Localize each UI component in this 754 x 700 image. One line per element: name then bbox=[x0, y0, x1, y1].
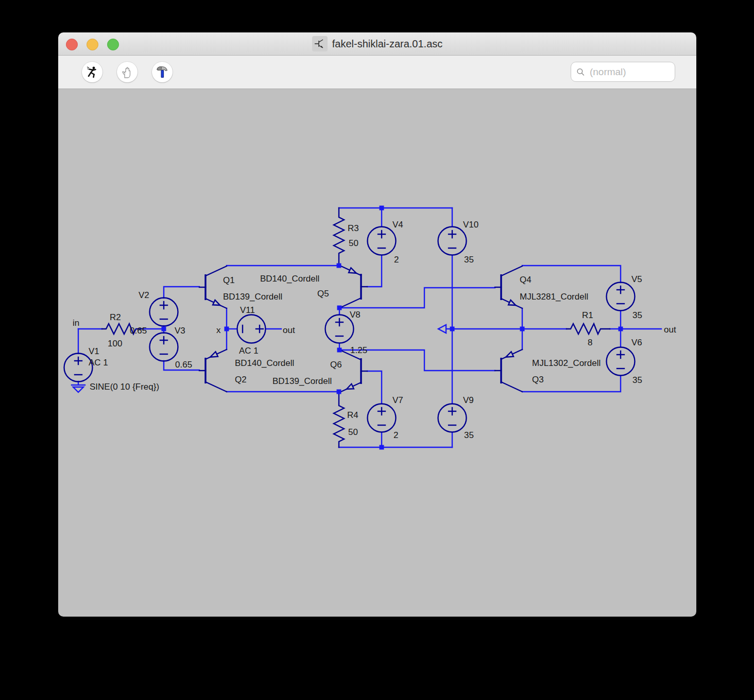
label-v11-ref[interactable]: V11 bbox=[240, 305, 255, 315]
label-v9-value[interactable]: 35 bbox=[464, 430, 474, 440]
label-v4-ref[interactable]: V4 bbox=[392, 220, 403, 230]
label-q2-ref[interactable]: Q2 bbox=[235, 375, 247, 384]
label-q6-ref[interactable]: Q6 bbox=[330, 360, 342, 370]
net-label-in[interactable]: in bbox=[73, 318, 79, 328]
voltage-source-V7[interactable] bbox=[368, 404, 396, 432]
resistor-R3[interactable] bbox=[334, 208, 344, 266]
label-r1-ref[interactable]: R1 bbox=[582, 310, 593, 320]
label-v8-value[interactable]: 1.25 bbox=[350, 345, 367, 355]
schematic-canvas[interactable]: in R2 100 0.65 V2 V3 0.65 V1 AC 1 SINE(0… bbox=[58, 89, 696, 617]
voltage-source-V5[interactable] bbox=[607, 283, 635, 311]
voltage-source-V6[interactable] bbox=[607, 347, 635, 376]
label-v1-ref[interactable]: V1 bbox=[89, 346, 99, 356]
label-q1-ref[interactable]: Q1 bbox=[223, 275, 235, 285]
label-v3-value[interactable]: 0.65 bbox=[175, 360, 192, 370]
label-v3-ref[interactable]: V3 bbox=[175, 326, 185, 336]
label-v4-value[interactable]: 2 bbox=[394, 255, 399, 265]
run-icon bbox=[85, 65, 99, 79]
search-icon bbox=[576, 67, 585, 77]
label-r1-value[interactable]: 8 bbox=[588, 338, 592, 347]
screen: fakel-shiklai-zara.01.asc bbox=[0, 0, 754, 700]
search-input[interactable] bbox=[589, 66, 670, 78]
label-v11-value[interactable]: AC 1 bbox=[239, 346, 259, 356]
voltage-source-V11[interactable] bbox=[237, 315, 266, 343]
toolbar bbox=[58, 56, 696, 89]
transistor-Q4[interactable] bbox=[495, 266, 522, 308]
minimize-button[interactable] bbox=[87, 39, 98, 50]
pan-hand-icon bbox=[121, 65, 134, 79]
transistor-Q1[interactable] bbox=[199, 266, 227, 308]
label-v8-ref[interactable]: V8 bbox=[350, 310, 361, 320]
label-v5-value[interactable]: 35 bbox=[632, 310, 642, 320]
label-v7-value[interactable]: 2 bbox=[393, 430, 398, 440]
label-v7-ref[interactable]: V7 bbox=[392, 395, 403, 405]
label-q4-ref[interactable]: Q4 bbox=[520, 275, 532, 285]
voltage-source-V3[interactable] bbox=[150, 333, 178, 361]
ltspice-window: fakel-shiklai-zara.01.asc bbox=[58, 32, 696, 617]
voltage-source-V4[interactable] bbox=[368, 227, 396, 255]
pan-button[interactable] bbox=[117, 62, 138, 82]
ground-flag[interactable] bbox=[72, 385, 85, 392]
label-v2-value[interactable]: 0.65 bbox=[130, 326, 147, 336]
label-v6-ref[interactable]: V6 bbox=[631, 338, 642, 347]
label-q3-ref[interactable]: Q3 bbox=[532, 375, 544, 384]
transistor-Q3[interactable] bbox=[495, 349, 522, 392]
label-q5-ref[interactable]: Q5 bbox=[317, 289, 329, 299]
label-v10-ref[interactable]: V10 bbox=[463, 220, 478, 230]
label-q2-model[interactable]: BD140_Cordell bbox=[235, 358, 294, 368]
traffic-lights bbox=[66, 39, 119, 50]
window-title: fakel-shiklai-zara.01.asc bbox=[332, 38, 443, 50]
voltage-source-V10[interactable] bbox=[438, 227, 467, 255]
title-bar[interactable]: fakel-shiklai-zara.01.asc bbox=[58, 32, 696, 56]
net-label-out-left[interactable]: out bbox=[283, 325, 295, 335]
search-box[interactable] bbox=[571, 62, 675, 82]
net-label-x[interactable]: x bbox=[216, 325, 221, 335]
voltage-source-V2[interactable] bbox=[150, 298, 178, 326]
close-button[interactable] bbox=[66, 39, 78, 50]
label-r3-ref[interactable]: R3 bbox=[348, 223, 359, 233]
label-r2-ref[interactable]: R2 bbox=[110, 312, 121, 322]
label-r4-ref[interactable]: R4 bbox=[347, 410, 358, 420]
label-q4-model[interactable]: MJL3281_Cordell bbox=[520, 292, 588, 302]
transistor-Q2[interactable] bbox=[199, 349, 227, 392]
resistor-R1[interactable] bbox=[567, 324, 610, 334]
current-arrow bbox=[438, 325, 446, 333]
label-v6-value[interactable]: 35 bbox=[632, 375, 642, 385]
label-v5-ref[interactable]: V5 bbox=[631, 274, 642, 284]
resistor-R4[interactable] bbox=[334, 392, 344, 447]
label-r3-value[interactable]: 50 bbox=[349, 238, 358, 248]
label-q3-model[interactable]: MJL1302_Cordell bbox=[532, 358, 601, 368]
transistor-Q6[interactable] bbox=[340, 350, 367, 392]
label-q5-model[interactable]: BD140_Cordell bbox=[260, 274, 319, 284]
label-v1-value[interactable]: AC 1 bbox=[89, 358, 108, 367]
zoom-button[interactable] bbox=[107, 39, 119, 50]
label-v9-ref[interactable]: V9 bbox=[463, 395, 474, 405]
tools-button[interactable] bbox=[152, 62, 173, 82]
label-v10-value[interactable]: 35 bbox=[464, 255, 474, 265]
label-v2-ref[interactable]: V2 bbox=[139, 290, 149, 300]
label-r2-value[interactable]: 100 bbox=[108, 339, 122, 348]
label-q6-model[interactable]: BD139_Cordell bbox=[272, 376, 332, 386]
label-r4-value[interactable]: 50 bbox=[348, 427, 358, 437]
run-button[interactable] bbox=[82, 62, 102, 82]
label-q1-model[interactable]: BD139_Cordell bbox=[223, 292, 282, 302]
junction-dots bbox=[162, 206, 623, 450]
transistor-Q5[interactable] bbox=[340, 266, 367, 308]
voltage-source-V9[interactable] bbox=[438, 404, 467, 432]
hammer-tools-icon bbox=[155, 65, 169, 79]
label-v1-param[interactable]: SINE(0 10 {Freq}) bbox=[90, 382, 159, 392]
net-label-out-right[interactable]: out bbox=[664, 325, 676, 335]
document-transistor-icon bbox=[312, 36, 328, 51]
